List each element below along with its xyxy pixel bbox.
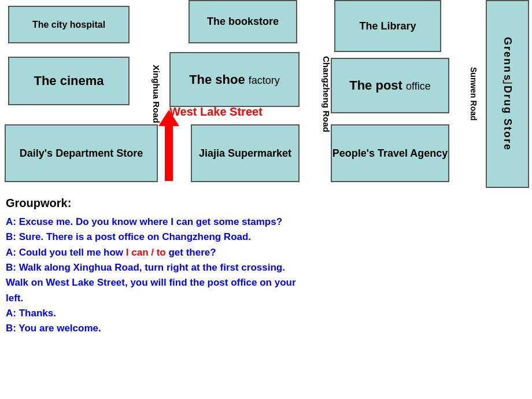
groupwork-title: Groupwork: bbox=[6, 194, 526, 212]
building-drug-store: Grenn」s Drug Store bbox=[486, 0, 529, 188]
dialog-line-5b: left. bbox=[6, 291, 526, 306]
dialog-line-2: B: Sure. There is a post office on Chang… bbox=[6, 230, 526, 245]
dialog-line-6: A: Thanks. bbox=[6, 306, 526, 321]
arrow-shaft bbox=[165, 126, 173, 181]
map-area: The city hospital The bookstore The Libr… bbox=[0, 0, 532, 191]
dialog-line-3: A: Could you tell me how I can / to get … bbox=[6, 245, 526, 260]
road-sunwen: Sunwen Road bbox=[463, 3, 485, 185]
dialog-line-4: B: Walk along Xinghua Road, turn right a… bbox=[6, 260, 526, 275]
arrow-head-icon bbox=[158, 110, 179, 126]
dialog-line-1: A: Excuse me. Do you know where I can ge… bbox=[6, 215, 526, 230]
building-bookstore: The bookstore bbox=[189, 0, 297, 43]
road-westlake: West Lake Street bbox=[169, 105, 263, 119]
road-changzheng: Changzheng Road bbox=[314, 3, 338, 185]
building-cinema: The cinema bbox=[8, 57, 130, 105]
building-shoe-factory: The shoe factory bbox=[169, 52, 300, 107]
dialog-area: Groupwork: A: Excuse me. Do you know whe… bbox=[0, 191, 532, 340]
dialog-line-7: B: You are welcome. bbox=[6, 321, 526, 336]
building-post-office: The post office bbox=[331, 58, 449, 113]
building-travel-agency: People's Travel Agency bbox=[331, 124, 449, 182]
building-department-store: Daily's Department Store bbox=[5, 124, 158, 182]
building-city-hospital: The city hospital bbox=[8, 6, 130, 43]
direction-arrow bbox=[158, 110, 179, 181]
dialog-line-5: Walk on West Lake Street, you will find … bbox=[6, 275, 526, 290]
building-supermarket: Jiajia Supermarket bbox=[191, 124, 300, 182]
building-library: The Library bbox=[334, 0, 441, 52]
